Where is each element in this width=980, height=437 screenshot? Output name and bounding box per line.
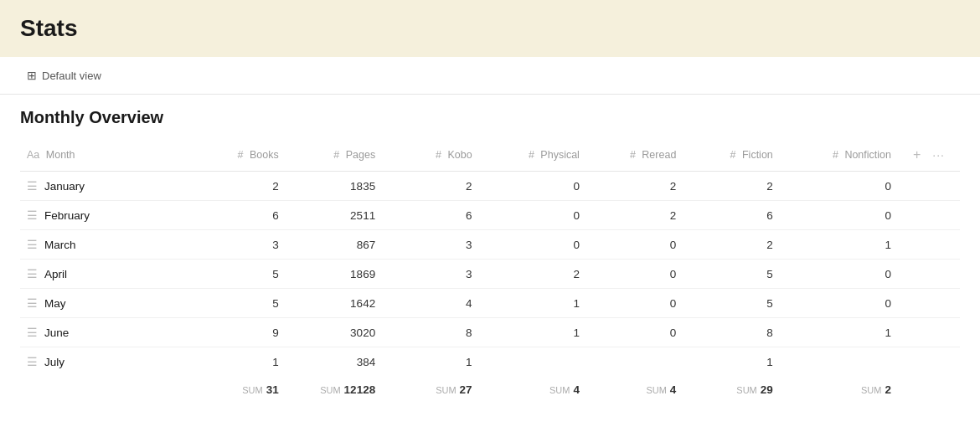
row-doc-icon: ☰ bbox=[27, 355, 38, 368]
cell-nonfiction: 0 bbox=[783, 260, 901, 289]
row-doc-icon: ☰ bbox=[27, 296, 38, 310]
cell-month: ☰June bbox=[20, 318, 192, 347]
hash-icon-pages: # bbox=[333, 149, 339, 161]
cell-physical: 0 bbox=[482, 172, 590, 201]
cell-books: 5 bbox=[192, 289, 288, 318]
cell-reread: 0 bbox=[590, 318, 686, 347]
cell-pages: 2511 bbox=[289, 201, 385, 230]
cell-reread: 2 bbox=[590, 201, 686, 230]
col-header-fiction: # Fiction bbox=[686, 139, 782, 172]
col-actions-header: + ··· bbox=[901, 139, 960, 172]
cell-kobo: 6 bbox=[385, 201, 482, 230]
cell-nonfiction: 0 bbox=[783, 172, 901, 201]
cell-books: 6 bbox=[192, 201, 288, 230]
table-row: ☰April5186932050 bbox=[20, 260, 960, 289]
more-options-button[interactable]: ··· bbox=[927, 144, 950, 166]
cell-row-actions bbox=[901, 260, 960, 289]
default-view-label: Default view bbox=[42, 69, 101, 82]
cell-reread: 0 bbox=[590, 260, 686, 289]
cell-physical bbox=[482, 347, 590, 377]
cell-pages: 384 bbox=[289, 347, 385, 377]
table-row: ☰May5164241050 bbox=[20, 289, 960, 318]
col-header-reread: # Reread bbox=[590, 139, 686, 172]
sum-month-cell bbox=[20, 376, 192, 404]
cell-reread: 0 bbox=[590, 230, 686, 260]
sum-kobo: SUM27 bbox=[385, 376, 482, 404]
row-doc-icon: ☰ bbox=[27, 179, 38, 193]
cell-fiction: 5 bbox=[686, 260, 782, 289]
cell-fiction: 1 bbox=[686, 347, 782, 377]
cell-kobo: 2 bbox=[385, 172, 482, 201]
table-row: ☰March386730021 bbox=[20, 230, 960, 260]
cell-fiction: 2 bbox=[686, 172, 782, 201]
table-row: ☰July138411 bbox=[20, 347, 960, 377]
cell-month: ☰July bbox=[20, 347, 192, 376]
cell-row-actions bbox=[901, 347, 960, 377]
table-row: ☰June9302081081 bbox=[20, 318, 960, 347]
cell-pages: 1835 bbox=[289, 172, 385, 201]
month-name: May bbox=[44, 297, 66, 310]
month-name: April bbox=[44, 268, 67, 280]
cell-physical: 0 bbox=[482, 201, 590, 230]
cell-kobo: 4 bbox=[385, 289, 482, 318]
sum-nonfiction: SUM2 bbox=[783, 376, 901, 404]
col-header-books: # Books bbox=[192, 139, 288, 172]
cell-month: ☰February bbox=[20, 201, 192, 229]
cell-physical: 1 bbox=[482, 289, 590, 318]
page-header: Stats bbox=[0, 0, 980, 57]
row-doc-icon: ☰ bbox=[27, 267, 38, 280]
default-view-button[interactable]: ⊞ Default view bbox=[20, 65, 108, 85]
cell-row-actions bbox=[901, 289, 960, 318]
col-header-pages: # Pages bbox=[289, 139, 385, 172]
cell-books: 1 bbox=[192, 347, 288, 377]
cell-reread: 0 bbox=[590, 289, 686, 318]
cell-nonfiction: 1 bbox=[783, 230, 901, 260]
cell-kobo: 3 bbox=[385, 230, 482, 260]
hash-icon-nonfiction: # bbox=[833, 149, 838, 161]
cell-nonfiction: 0 bbox=[783, 201, 901, 230]
col-header-kobo: # Kobo bbox=[385, 139, 482, 172]
sum-books: SUM31 bbox=[192, 376, 288, 404]
sum-fiction: SUM29 bbox=[686, 376, 782, 404]
cell-month: ☰March bbox=[20, 230, 192, 259]
cell-row-actions bbox=[901, 201, 960, 230]
sum-actions-cell bbox=[901, 376, 960, 404]
col-header-month: Aa Month bbox=[20, 139, 192, 172]
cell-books: 2 bbox=[192, 172, 288, 201]
cell-fiction: 6 bbox=[686, 201, 782, 230]
row-doc-icon: ☰ bbox=[27, 238, 38, 251]
cell-month: ☰January bbox=[20, 172, 192, 200]
table-row: ☰February6251160260 bbox=[20, 201, 960, 230]
hash-icon-physical: # bbox=[529, 149, 534, 161]
cell-nonfiction: 1 bbox=[783, 318, 901, 347]
add-column-button[interactable]: + bbox=[908, 144, 926, 166]
cell-nonfiction: 0 bbox=[783, 289, 901, 318]
aa-icon: Aa bbox=[27, 149, 39, 161]
month-name: February bbox=[44, 209, 90, 222]
cell-reread bbox=[590, 347, 686, 377]
cell-row-actions bbox=[901, 318, 960, 347]
cell-fiction: 2 bbox=[686, 230, 782, 260]
cell-books: 9 bbox=[192, 318, 288, 347]
hash-icon-books: # bbox=[238, 149, 244, 161]
cell-pages: 867 bbox=[289, 230, 385, 260]
cell-pages: 1869 bbox=[289, 260, 385, 289]
table-icon: ⊞ bbox=[27, 69, 37, 82]
row-doc-icon: ☰ bbox=[27, 326, 38, 339]
hash-icon-kobo: # bbox=[436, 149, 441, 161]
cell-nonfiction bbox=[783, 347, 901, 377]
month-name: June bbox=[44, 326, 69, 339]
cell-row-actions bbox=[901, 230, 960, 260]
cell-physical: 2 bbox=[482, 260, 590, 289]
cell-pages: 1642 bbox=[289, 289, 385, 318]
cell-kobo: 3 bbox=[385, 260, 482, 289]
col-header-physical: # Physical bbox=[482, 139, 590, 172]
table-wrapper: Aa Month # Books # Pages # Kobo bbox=[20, 139, 960, 404]
cell-row-actions bbox=[901, 172, 960, 201]
hash-icon-fiction: # bbox=[730, 149, 736, 161]
cell-books: 5 bbox=[192, 260, 288, 289]
hash-icon-reread: # bbox=[630, 149, 636, 161]
sum-row: SUM31SUM12128SUM27SUM4SUM4SUM29SUM2 bbox=[20, 376, 960, 404]
page-title: Stats bbox=[20, 15, 960, 42]
col-header-nonfiction: # Nonfiction bbox=[783, 139, 901, 172]
